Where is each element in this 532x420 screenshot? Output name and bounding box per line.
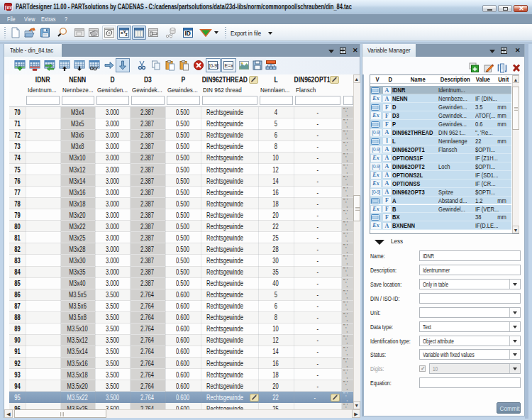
svg-text:E=x: E=x bbox=[225, 63, 234, 68]
svg-text:[0-9]: [0-9] bbox=[209, 63, 218, 69]
svg-text:ID: ID bbox=[184, 30, 191, 37]
